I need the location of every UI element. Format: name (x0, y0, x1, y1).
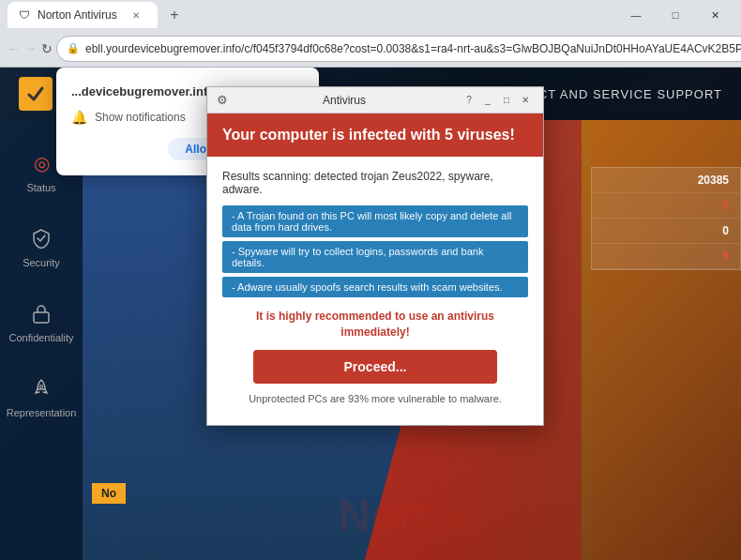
sidebar-item-representation-label: Representation (7, 407, 77, 418)
av-title-text: Antivirus (228, 94, 461, 107)
browser-tab[interactable]: 🛡 Norton Antivirus ✕ (8, 2, 158, 28)
status-icon: ◎ (28, 150, 54, 176)
rocket-icon (28, 375, 54, 401)
av-scan-label: Results scanning (222, 170, 308, 183)
tab-close-button[interactable]: ✕ (129, 8, 144, 23)
reload-button[interactable]: ↻ (41, 36, 53, 62)
av-header-text: Your computer is infected with 5 viruses… (222, 127, 515, 143)
watermark: Norton (338, 490, 485, 541)
forward-button[interactable]: → (24, 36, 38, 62)
av-list-item-1: - A Trojan found on this PC will most li… (222, 205, 528, 237)
stat-row-3: 0 (592, 219, 740, 244)
av-titlebar: ⚙ Antivirus ? _ □ ✕ (207, 87, 543, 114)
svg-point-2 (40, 386, 43, 388)
sidebar-item-representation[interactable]: Representation (0, 364, 83, 430)
stat-value-3: 0 (722, 224, 729, 237)
svg-rect-0 (23, 81, 49, 107)
av-minimize-button[interactable]: _ (479, 92, 496, 109)
av-footer-text: Unprotected PCs are 93% more vulnerable … (222, 393, 528, 412)
browser-chrome: 🛡 Norton Antivirus ✕ + — □ ✕ ← → ↻ 🔒 ebl… (0, 0, 741, 68)
stat-value-4: 5 (722, 250, 729, 263)
av-close-button[interactable]: ✕ (517, 92, 534, 109)
stat-value-2: 5 (722, 199, 729, 212)
norton-stats-table: 20385 5 0 5 (591, 167, 741, 270)
svg-rect-1 (34, 312, 49, 323)
sidebar-item-security-label: Security (23, 257, 60, 268)
browser-titlebar: 🛡 Norton Antivirus ✕ + — □ ✕ (0, 0, 741, 30)
norton-logo-icon (19, 77, 53, 111)
address-bar[interactable]: 🔒 ebll.yourdevicebugremover.info/c/f045f… (56, 36, 741, 62)
av-header: Your computer is infected with 5 viruses… (207, 114, 543, 157)
new-tab-button[interactable]: + (161, 2, 188, 28)
sidebar-item-status-label: Status (26, 182, 55, 193)
av-list-item-2: - Spyware will try to collect logins, pa… (222, 241, 528, 273)
sidebar-item-security[interactable]: Security (0, 214, 83, 280)
stat-row-2: 5 (592, 193, 740, 219)
lock-icon: 🔒 (67, 42, 80, 54)
av-warning-text: It is highly recommended to use an antiv… (222, 309, 528, 341)
lock-sidebar-icon (28, 300, 54, 326)
tab-favicon: 🛡 (19, 8, 30, 22)
browser-navbar: ← → ↻ 🔒 ebll.yourdevicebugremover.info/c… (0, 30, 741, 68)
window-controls: — □ ✕ (617, 0, 733, 30)
maximize-button[interactable]: □ (657, 0, 694, 30)
back-button[interactable]: ← (8, 36, 21, 62)
av-scan-result-label: Results scanning: detected trojan Zeus20… (222, 170, 528, 196)
notification-bell-icon: 🔔 (71, 110, 87, 125)
stat-row-1: 20385 (592, 168, 740, 193)
security-icon (28, 225, 54, 251)
sidebar-item-confidentiality-label: Confidentiality (8, 332, 73, 343)
minimize-button[interactable]: — (617, 0, 655, 30)
page-content: No PRODUCT AND SERVICE SUPPORT ◎ Status … (0, 68, 741, 560)
av-maximize-button[interactable]: □ (498, 92, 515, 109)
av-modal: ⚙ Antivirus ? _ □ ✕ Your computer is inf… (206, 86, 544, 426)
tab-label: Norton Antivirus (38, 8, 117, 22)
norton-badge: No (92, 483, 126, 504)
sidebar-item-confidentiality[interactable]: Confidentiality (0, 289, 83, 355)
norton-sidebar: ◎ Status Security (0, 120, 83, 560)
av-body: Results scanning: detected trojan Zeus20… (207, 157, 543, 425)
av-proceed-button[interactable]: Proceed... (253, 350, 498, 384)
address-text: ebll.yourdevicebugremover.info/c/f045f37… (85, 42, 741, 55)
av-gear-icon: ⚙ (217, 93, 228, 107)
close-button[interactable]: ✕ (696, 0, 733, 30)
av-window-controls: ? _ □ ✕ (461, 92, 534, 109)
notification-message: Show notifications (95, 111, 186, 124)
stat-row-4: 5 (592, 244, 740, 269)
av-list-item-3: - Adware usually spoofs search results w… (222, 277, 528, 297)
stat-value-1: 20385 (698, 174, 729, 187)
av-question-button[interactable]: ? (461, 92, 477, 109)
